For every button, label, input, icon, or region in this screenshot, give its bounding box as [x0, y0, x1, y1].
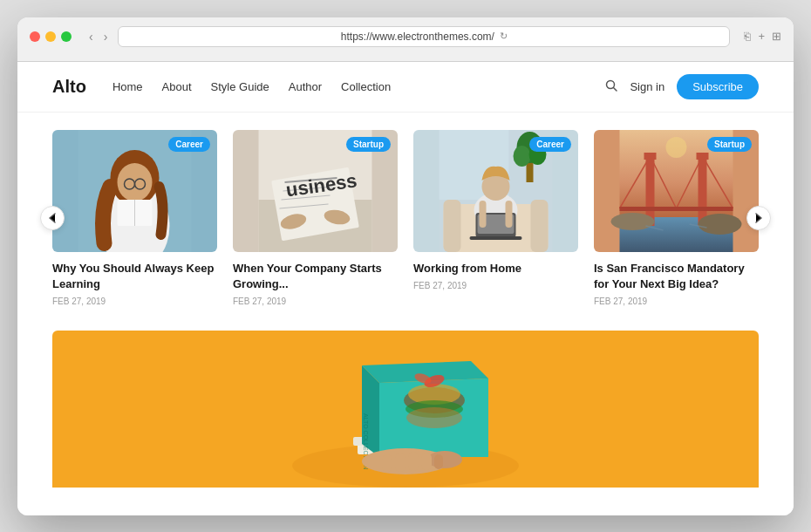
- svg-rect-67: [395, 453, 406, 472]
- site-logo[interactable]: Alto: [52, 77, 86, 97]
- svg-rect-24: [531, 200, 549, 252]
- nav-author[interactable]: Author: [289, 80, 322, 93]
- address-bar[interactable]: https://www.electronthemes.com/ ↻: [118, 26, 730, 47]
- article-carousel: Career Why You Should Always Keep Learni…: [52, 130, 759, 306]
- new-tab-button[interactable]: +: [758, 30, 765, 43]
- svg-point-48: [611, 213, 655, 230]
- browser-actions: ⎗ + ⊞: [744, 30, 781, 43]
- article-image-2: usiness Startup: [233, 130, 398, 252]
- svg-line-1: [614, 87, 617, 91]
- traffic-lights: [30, 31, 72, 42]
- article-3-title: Working from Home: [413, 261, 578, 276]
- browser-chrome: ‹ › https://www.electronthemes.com/ ↻ ⎗ …: [17, 17, 794, 62]
- article-card-1[interactable]: Career Why You Should Always Keep Learni…: [52, 130, 217, 306]
- forward-button[interactable]: ›: [100, 28, 112, 45]
- search-button[interactable]: [605, 79, 617, 94]
- website-content: Alto Home About Style Guide Author Colle…: [17, 62, 794, 515]
- extensions-button[interactable]: ⊞: [772, 30, 781, 43]
- article-2-title: When Your Company Starts Growing...: [233, 261, 398, 292]
- article-2-category: Startup: [346, 137, 391, 152]
- article-4-title: Is San Francisco Mandatory for Your Next…: [594, 261, 759, 292]
- nav-right: Sign in Subscribe: [605, 74, 759, 99]
- nav-home[interactable]: Home: [112, 80, 143, 93]
- svg-rect-68: [408, 452, 419, 471]
- url-text: https://www.electronthemes.com/: [341, 31, 494, 43]
- refresh-icon: ↻: [500, 31, 508, 42]
- article-3-category: Career: [529, 137, 571, 152]
- back-button[interactable]: ‹: [85, 28, 97, 45]
- svg-rect-69: [421, 453, 432, 470]
- article-4-date: FEB 27, 2019: [594, 297, 759, 306]
- carousel-prev-button[interactable]: [40, 206, 65, 230]
- svg-rect-40: [699, 156, 707, 226]
- featured-illustration: ALTO COLLECTION: [52, 331, 759, 488]
- browser-nav-buttons: ‹ ›: [85, 28, 111, 45]
- featured-section[interactable]: ALTO COLLECTION: [52, 331, 759, 488]
- share-button[interactable]: ⎗: [744, 30, 751, 43]
- signin-link[interactable]: Sign in: [630, 80, 664, 93]
- svg-point-65: [427, 451, 462, 468]
- article-card-2[interactable]: usiness Startup When Your Company Starts…: [233, 130, 398, 306]
- svg-rect-23: [444, 200, 461, 252]
- svg-point-61: [406, 407, 462, 428]
- article-card-4[interactable]: Startup Is San Francisco Mandatory for Y…: [594, 130, 759, 306]
- subscribe-button[interactable]: Subscribe: [677, 74, 759, 99]
- article-image-4: Startup: [594, 130, 759, 252]
- article-2-date: FEB 27, 2019: [233, 297, 398, 306]
- article-1-title: Why You Should Always Keep Learning: [52, 261, 217, 292]
- minimize-button[interactable]: [45, 31, 56, 42]
- svg-point-49: [699, 214, 742, 235]
- nav-links: Home About Style Guide Author Collection: [112, 80, 606, 93]
- close-button[interactable]: [30, 31, 40, 42]
- nav-collection[interactable]: Collection: [341, 80, 391, 93]
- article-4-category: Startup: [707, 137, 752, 152]
- article-1-date: FEB 27, 2019: [52, 297, 217, 306]
- article-card-3[interactable]: Career Working from Home FEB 27, 2019: [413, 130, 578, 306]
- article-image-1: Career: [52, 130, 217, 252]
- svg-rect-34: [470, 236, 522, 240]
- fullscreen-button[interactable]: [61, 31, 72, 42]
- main-content: Career Why You Should Always Keep Learni…: [17, 113, 794, 488]
- carousel-next-button[interactable]: [746, 206, 771, 230]
- article-3-date: FEB 27, 2019: [413, 281, 578, 290]
- svg-rect-70: [434, 454, 443, 469]
- navbar: Alto Home About Style Guide Author Colle…: [17, 62, 794, 113]
- article-image-3: Career: [413, 130, 578, 252]
- svg-point-27: [514, 146, 531, 167]
- svg-rect-47: [620, 207, 733, 211]
- article-1-category: Career: [168, 137, 210, 152]
- svg-rect-66: [382, 454, 392, 472]
- svg-point-50: [666, 137, 687, 158]
- browser-window: ‹ › https://www.electronthemes.com/ ↻ ⎗ …: [17, 17, 794, 515]
- articles-grid: Career Why You Should Always Keep Learni…: [52, 130, 759, 306]
- nav-style-guide[interactable]: Style Guide: [211, 80, 269, 93]
- nav-about[interactable]: About: [162, 80, 192, 93]
